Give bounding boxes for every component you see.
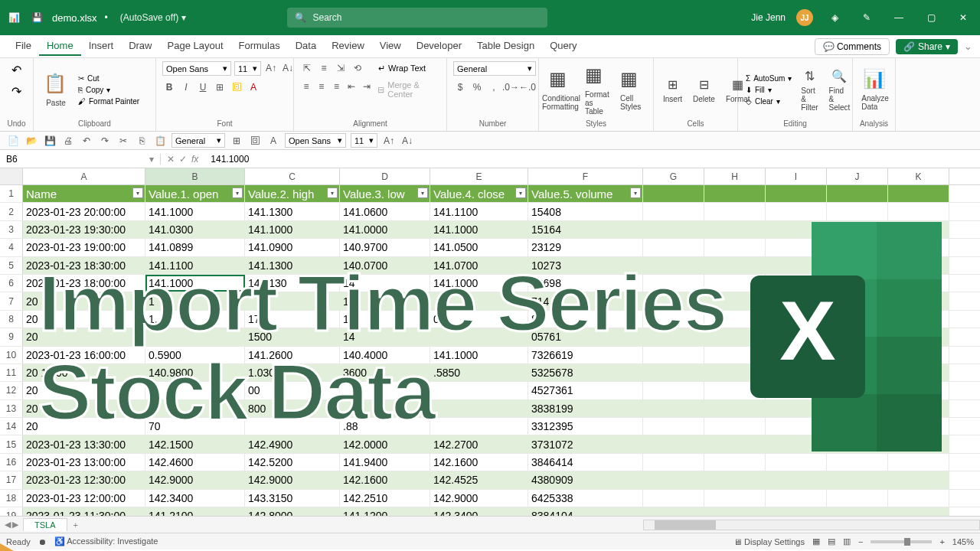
data-cell[interactable]	[888, 239, 949, 256]
data-cell[interactable]	[766, 257, 827, 274]
data-cell[interactable]	[827, 471, 888, 488]
data-cell[interactable]	[643, 471, 704, 488]
data-cell[interactable]: 23129	[528, 239, 643, 256]
data-cell[interactable]: 20	[23, 292, 145, 309]
data-cell[interactable]: 0	[430, 311, 528, 328]
row-header[interactable]: 8	[0, 311, 23, 328]
data-cell[interactable]	[827, 400, 888, 417]
tab-review[interactable]: Review	[324, 37, 372, 56]
data-cell[interactable]	[340, 382, 430, 399]
data-cell[interactable]: 1.	[145, 311, 245, 328]
data-cell[interactable]	[704, 203, 766, 220]
data-cell[interactable]: 0.5900	[145, 347, 245, 364]
data-cell[interactable]	[245, 292, 340, 309]
decrease-font-icon[interactable]: A↓	[281, 61, 295, 75]
column-header[interactable]: H	[704, 168, 766, 184]
data-cell[interactable]: 3846414	[528, 454, 643, 471]
data-cell[interactable]: 141.1000	[145, 275, 245, 292]
data-cell[interactable]	[704, 221, 766, 238]
column-header[interactable]: B	[145, 168, 245, 184]
column-header[interactable]: K	[888, 168, 949, 184]
data-cell[interactable]	[766, 507, 827, 516]
data-cell[interactable]	[888, 454, 949, 471]
data-cell[interactable]: 141.0700	[430, 257, 528, 274]
pen-icon[interactable]: ✎	[856, 7, 877, 28]
data-cell[interactable]: 142.2700	[430, 435, 528, 452]
data-cell[interactable]: 4	[145, 400, 245, 417]
data-cell[interactable]	[643, 435, 704, 452]
data-cell[interactable]	[704, 471, 766, 488]
data-cell[interactable]: 141.1000	[430, 275, 528, 292]
font-size-select[interactable]: 11▾	[234, 61, 261, 76]
filter-icon[interactable]: ▾	[417, 187, 428, 198]
data-cell[interactable]	[827, 507, 888, 516]
data-cell[interactable]	[888, 275, 949, 292]
data-cell[interactable]: 141.1000	[245, 221, 340, 238]
view-page-icon[interactable]: ▤	[828, 536, 835, 546]
find-select-button[interactable]: 🔍Find & Select	[826, 67, 854, 113]
data-cell[interactable]: 2023-01-23 12:30:00	[23, 471, 145, 488]
filter-icon[interactable]: ▾	[232, 187, 243, 198]
diamond-icon[interactable]: ◈	[824, 7, 845, 28]
data-cell[interactable]: 143.3150	[245, 490, 340, 507]
italic-button[interactable]: I	[179, 80, 193, 94]
data-cell[interactable]: 141.1300	[245, 203, 340, 220]
row-header[interactable]: 10	[0, 347, 23, 364]
data-cell[interactable]	[888, 292, 949, 309]
data-cell[interactable]	[827, 454, 888, 471]
data-cell[interactable]	[766, 454, 827, 471]
data-cell[interactable]	[888, 471, 949, 488]
filter-icon[interactable]: ▾	[515, 187, 526, 198]
data-cell[interactable]: 141.1000	[430, 221, 528, 238]
close-button[interactable]: ✕	[952, 7, 974, 28]
data-cell[interactable]: 714	[528, 292, 643, 309]
data-cell[interactable]: 141.1200	[340, 507, 430, 516]
percent-icon[interactable]: %	[470, 80, 484, 94]
data-cell[interactable]: 14	[340, 328, 430, 345]
data-cell[interactable]	[827, 347, 888, 364]
row-header[interactable]: 5	[0, 257, 23, 274]
align-bottom-icon[interactable]: ⇲	[334, 61, 348, 75]
row-header[interactable]: 4	[0, 239, 23, 256]
header-cell[interactable]: Name▾	[23, 185, 145, 202]
align-middle-icon[interactable]: ≡	[317, 61, 331, 75]
qat-undo-icon[interactable]: ↶	[80, 134, 93, 148]
data-cell[interactable]: 05761	[528, 328, 643, 345]
spreadsheet-grid[interactable]: ABCDEFGHIJK 1Name▾Value.1. open▾Value.2.…	[0, 168, 980, 516]
data-cell[interactable]: 20	[23, 382, 145, 399]
merge-center-button[interactable]: ⊟ Merge & Center	[376, 80, 440, 99]
header-cell[interactable]	[888, 185, 949, 202]
data-cell[interactable]	[766, 311, 827, 328]
column-header[interactable]: A	[23, 168, 145, 184]
data-cell[interactable]: 2023-01-23 20:00:00	[23, 203, 145, 220]
data-cell[interactable]	[643, 292, 704, 309]
data-cell[interactable]: 141.2600	[245, 347, 340, 364]
increase-indent-icon[interactable]: ⇥	[361, 80, 373, 93]
row-header[interactable]: 16	[0, 454, 23, 471]
zoom-level[interactable]: 145%	[952, 537, 974, 546]
tab-page-layout[interactable]: Page Layout	[160, 37, 231, 56]
data-cell[interactable]	[888, 203, 949, 220]
data-cell[interactable]	[766, 471, 827, 488]
data-cell[interactable]	[827, 364, 888, 381]
data-cell[interactable]: 3838199	[528, 400, 643, 417]
data-cell[interactable]	[766, 382, 827, 399]
user-avatar[interactable]: JJ	[796, 9, 813, 26]
data-cell[interactable]	[766, 347, 827, 364]
data-cell[interactable]: 142.1500	[145, 435, 245, 452]
data-cell[interactable]	[643, 454, 704, 471]
data-cell[interactable]	[704, 435, 766, 452]
data-cell[interactable]: 140.9700	[340, 239, 430, 256]
ribbon-collapse-icon[interactable]: ⌄	[964, 41, 972, 52]
row-header[interactable]: 3	[0, 221, 23, 238]
data-cell[interactable]	[704, 490, 766, 507]
data-cell[interactable]: 141.1100	[145, 257, 245, 274]
data-cell[interactable]: 1.0300	[245, 364, 340, 381]
autosum-button[interactable]: Σ AutoSum ▾	[744, 73, 793, 83]
data-cell[interactable]	[827, 292, 888, 309]
data-cell[interactable]: 8384104	[528, 507, 643, 516]
data-cell[interactable]	[643, 364, 704, 381]
bold-button[interactable]: B	[162, 80, 176, 94]
data-cell[interactable]	[827, 257, 888, 274]
data-cell[interactable]: 2023-01-23 13:00:00	[23, 454, 145, 471]
